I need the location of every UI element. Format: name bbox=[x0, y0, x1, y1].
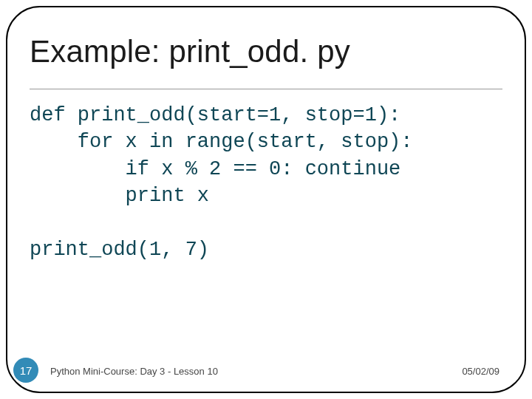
code-line-6: print_odd(1, 7) bbox=[30, 239, 209, 261]
footer-date: 05/02/09 bbox=[462, 366, 499, 377]
code-line-4: print x bbox=[30, 185, 209, 207]
footer: 17 Python Mini-Course: Day 3 - Lesson 10… bbox=[0, 361, 532, 387]
code-line-2: for x in range(start, stop): bbox=[30, 131, 412, 153]
code-block: def print_odd(start=1, stop=1): for x in… bbox=[30, 102, 502, 264]
code-line-1: def print_odd(start=1, stop=1): bbox=[30, 104, 400, 126]
footer-course: Python Mini-Course: Day 3 - Lesson 10 bbox=[50, 366, 218, 377]
page-number-badge: 17 bbox=[13, 358, 38, 383]
code-line-3: if x % 2 == 0: continue bbox=[30, 158, 400, 180]
slide: Example: print_odd. py def print_odd(sta… bbox=[0, 0, 532, 399]
title-underline bbox=[30, 89, 502, 89]
slide-title: Example: print_odd. py bbox=[30, 34, 502, 69]
